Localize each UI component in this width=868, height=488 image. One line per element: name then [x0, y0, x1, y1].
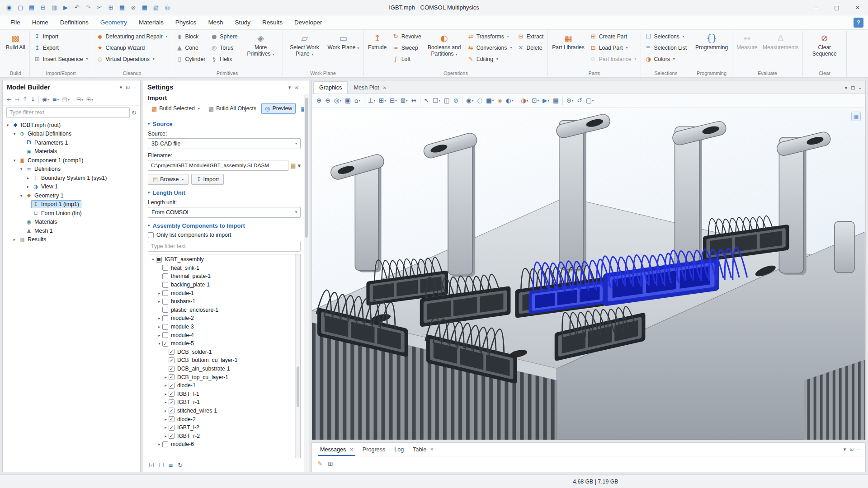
- tab-log[interactable]: Log: [390, 443, 408, 456]
- select-adjacent-button[interactable]: ◫: [442, 96, 452, 105]
- checkbox-off-icon[interactable]: [162, 290, 168, 296]
- color-theme-button[interactable]: ◑▾: [519, 96, 530, 105]
- float-panel-button[interactable]: ⊡: [126, 85, 130, 90]
- assembly-node-dcb-aln-substrate-1[interactable]: DCB_aln_substrate-1: [148, 365, 295, 373]
- assembly-node-igbt-r-2[interactable]: ▸IGBT_r-2: [148, 432, 295, 440]
- checkbox-off-icon[interactable]: [162, 441, 168, 447]
- plot-settings-button[interactable]: ⊛▾: [565, 96, 576, 105]
- tree-node-parameters-1[interactable]: PiParameters 1: [3, 138, 140, 147]
- only-list-checkbox[interactable]: Only list components to import: [148, 232, 301, 238]
- tree-node-materials[interactable]: ◉Materials: [3, 218, 140, 227]
- tree-node-form-union-fin[interactable]: ⊔Form Union (fin): [3, 209, 140, 218]
- browse-button[interactable]: ▤ Browse ▾: [148, 174, 189, 185]
- collapse-icon[interactable]: ▾: [11, 158, 18, 163]
- collapse-icon[interactable]: ▾: [156, 341, 162, 346]
- select-tool-button[interactable]: ↖: [422, 96, 431, 105]
- zoom-box-button[interactable]: ◎▾: [332, 96, 343, 105]
- programming-button[interactable]: {}Programming: [693, 31, 730, 52]
- expand-icon[interactable]: ▸: [163, 408, 169, 413]
- booleans-and-partitions-button[interactable]: ◐Booleans and Partitions ▾: [425, 31, 464, 58]
- import-button[interactable]: ↧ Import: [191, 174, 224, 185]
- expand-icon[interactable]: ▸: [156, 291, 162, 296]
- expand-icon[interactable]: ▸: [163, 375, 169, 380]
- block-button[interactable]: ▮Block: [174, 31, 208, 42]
- expand-icon[interactable]: ▸: [25, 176, 31, 180]
- menu-tab-definitions[interactable]: Definitions: [54, 15, 94, 29]
- undo-button[interactable]: ↶: [71, 2, 82, 13]
- windows-button[interactable]: ▢▾: [584, 96, 595, 105]
- save-button[interactable]: ⊟: [38, 2, 48, 13]
- zoom-in-button[interactable]: ⊕: [315, 96, 323, 105]
- insert-grid-button[interactable]: ▧: [151, 2, 161, 13]
- colors-button[interactable]: ◑Colors▾: [643, 53, 689, 65]
- checkbox-off-icon[interactable]: [162, 332, 168, 338]
- assembly-node-diode-2[interactable]: ▸diode-2: [148, 415, 295, 423]
- hide-panel-button[interactable]: –: [134, 85, 137, 90]
- part-libraries-button[interactable]: ▦Part Libraries: [550, 31, 586, 52]
- assembly-node-dcb-solder-1[interactable]: DCB_solder-1: [148, 348, 295, 357]
- cleanup-wizard-button[interactable]: ★Cleanup Wizard: [94, 42, 170, 53]
- length-unit-section-header[interactable]: ▾ Length Unit: [148, 189, 301, 196]
- tree-node-results[interactable]: ▸▥Results: [3, 235, 140, 244]
- checkbox-off-icon[interactable]: [162, 282, 168, 288]
- zoom-tool-button[interactable]: ◎: [162, 2, 173, 13]
- revolve-button[interactable]: ↻Revolve: [390, 31, 424, 42]
- menu-tab-materials[interactable]: Materials: [133, 15, 170, 29]
- more-primitives-button[interactable]: ◈More Primitives ▾: [241, 31, 281, 58]
- redo-button[interactable]: ↷: [83, 2, 94, 13]
- help-button[interactable]: ?: [854, 18, 863, 28]
- checkbox-on-icon[interactable]: [169, 408, 175, 413]
- tab-graphics[interactable]: Graphics: [313, 81, 348, 94]
- loft-button[interactable]: ∫Loft: [390, 53, 424, 65]
- assembly-node-module-5[interactable]: ▾module-5: [148, 339, 295, 348]
- hide-panel-button[interactable]: –: [858, 447, 860, 452]
- close-tab-icon[interactable]: ✕: [382, 85, 386, 90]
- float-panel-button[interactable]: ⊡: [849, 447, 854, 452]
- checkbox-off-icon[interactable]: [162, 265, 168, 271]
- select-box-button[interactable]: ☐▾: [431, 96, 442, 105]
- assembly-node-plastic-enclosure-1[interactable]: plastic_enclosure-1: [148, 306, 295, 314]
- virtual-operations-button[interactable]: ◇Virtual Operations▾: [94, 53, 170, 65]
- collapse-icon[interactable]: ▾: [18, 193, 24, 198]
- assembly-section-header[interactable]: ▾ Assembly Components to Import: [148, 222, 301, 229]
- scene-light-button[interactable]: ◈: [495, 96, 504, 105]
- collapse-icon[interactable]: ▾: [5, 123, 11, 127]
- tree-node-component-1-comp1[interactable]: ▾▣Component 1 (comp1): [3, 156, 140, 165]
- helix-button[interactable]: §Helix: [208, 53, 240, 65]
- expand-icon[interactable]: ▸: [156, 324, 162, 329]
- filename-dropdown-icon[interactable]: ▾: [297, 163, 301, 169]
- insert-table-button[interactable]: ▦: [139, 2, 150, 13]
- menu-tab-file[interactable]: File: [5, 15, 26, 29]
- show-button[interactable]: ◉▾: [41, 96, 50, 103]
- extract-button[interactable]: ⊟Extract: [515, 31, 546, 42]
- model-builder-filter-input[interactable]: [6, 107, 130, 118]
- close-button[interactable]: ✕: [847, 0, 868, 15]
- model-tree-button[interactable]: ≡▾: [51, 96, 60, 103]
- assembly-node-module-6[interactable]: ▸module-6: [148, 440, 295, 449]
- axis-orientation-button[interactable]: ⊥▾: [366, 96, 377, 105]
- checkbox-on-icon[interactable]: [169, 433, 175, 439]
- checkbox-off-icon[interactable]: [162, 315, 168, 321]
- tab-table[interactable]: Table✕: [408, 443, 439, 456]
- assembly-node-igbt-l-1[interactable]: ▸IGBT_l-1: [148, 390, 295, 399]
- new-file-button[interactable]: ▢: [15, 2, 26, 13]
- assembly-node-module-2[interactable]: ▸module-2: [148, 314, 295, 323]
- transparency-button[interactable]: ◌: [475, 96, 484, 105]
- checkbox-on-icon[interactable]: [169, 349, 175, 355]
- selections-button[interactable]: ☐Selections▾: [643, 31, 689, 42]
- panel-menu-button[interactable]: ▾: [120, 85, 123, 90]
- expand-icon[interactable]: ▸: [156, 333, 162, 338]
- assembly-node-module-3[interactable]: ▸module-3: [148, 323, 295, 331]
- expand-icon[interactable]: ▸: [163, 392, 169, 396]
- image-snapshot-button[interactable]: ⊡▾: [530, 96, 541, 105]
- menu-tab-physics[interactable]: Physics: [170, 15, 203, 29]
- animation-button[interactable]: ▶▾: [541, 96, 551, 105]
- assembly-node-thermal-paste-1[interactable]: thermal_paste-1: [148, 272, 295, 281]
- hide-panel-button[interactable]: –: [302, 85, 305, 90]
- minimize-button[interactable]: –: [806, 0, 826, 15]
- delete-button[interactable]: ✕Delete: [515, 42, 546, 53]
- close-tab-icon[interactable]: ✕: [349, 447, 353, 452]
- transforms-button[interactable]: ⇄Transforms▾: [465, 31, 514, 42]
- cut-button[interactable]: ✂: [94, 2, 105, 13]
- menu-tab-geometry[interactable]: Geometry: [94, 15, 133, 29]
